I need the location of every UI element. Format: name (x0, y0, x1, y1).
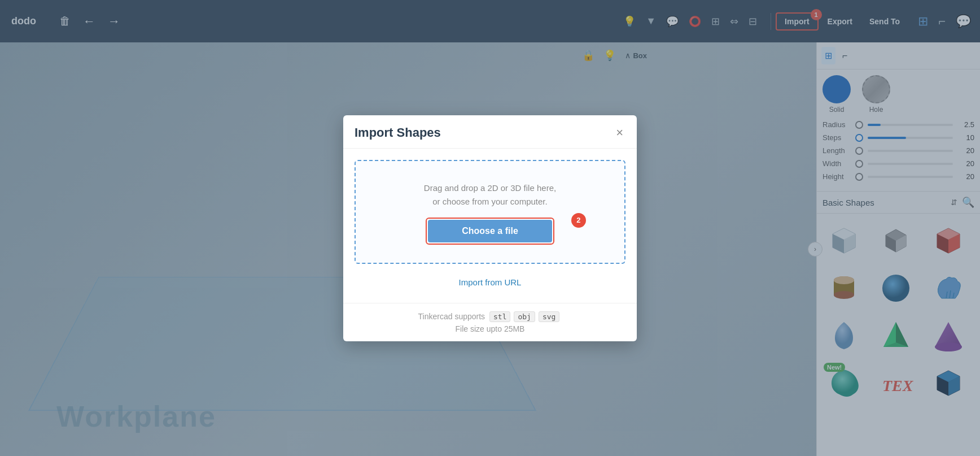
support-text: Tinkercad supports stl obj svg (355, 311, 625, 322)
modal-footer: Tinkercad supports stl obj svg File size… (343, 303, 637, 341)
import-url-button[interactable]: Import from URL (355, 273, 625, 292)
drop-zone[interactable]: Drag and drop a 2D or 3D file here, or c… (355, 160, 625, 264)
modal-close-button[interactable]: × (614, 127, 625, 139)
modal-title: Import Shapes (355, 125, 614, 140)
drop-zone-text: Drag and drop a 2D or 3D file here, or c… (367, 181, 613, 209)
choose-file-button[interactable]: Choose a file (428, 220, 552, 242)
format-obj: obj (514, 311, 535, 322)
choose-file-wrapper: Choose a file 2 (428, 220, 552, 242)
filesize-text: File size upto 25MB (355, 324, 625, 333)
modal-body: Drag and drop a 2D or 3D file here, or c… (343, 149, 637, 303)
modal-header: Import Shapes × (343, 115, 637, 149)
format-stl: stl (489, 311, 510, 322)
choose-file-badge: 2 (571, 213, 586, 228)
modal-overlay[interactable]: Import Shapes × Drag and drop a 2D or 3D… (0, 0, 980, 456)
format-svg: svg (539, 311, 559, 322)
import-modal: Import Shapes × Drag and drop a 2D or 3D… (343, 115, 637, 341)
support-badges: stl obj svg (489, 311, 559, 322)
